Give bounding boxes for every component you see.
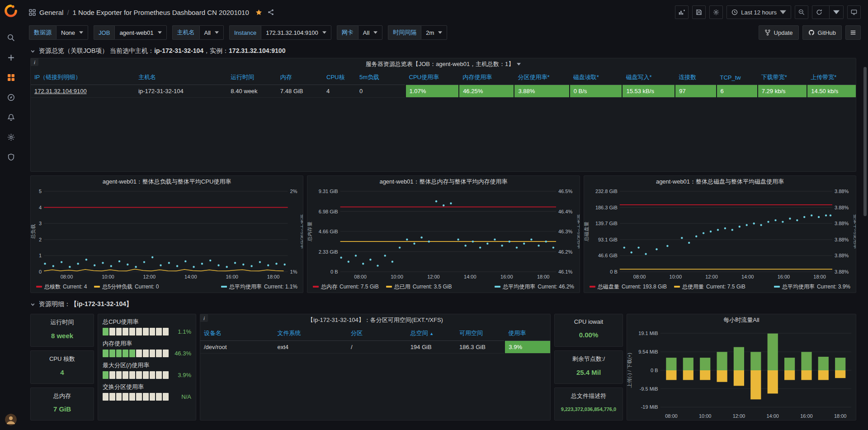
variable-value-nic[interactable]: All [358,25,382,40]
overview-col-header-13[interactable]: 下载带宽* [758,70,807,85]
time-range-picker[interactable]: Last 12 hours [726,5,791,19]
zoom-out-button[interactable] [795,5,808,19]
overview-col-header-4[interactable]: CPU核 [323,70,356,85]
update-button-label: Update [774,29,793,36]
variable-value-datasource[interactable]: None [56,25,88,40]
create-plus-icon[interactable] [3,47,19,67]
explore-compass-icon[interactable] [3,87,19,107]
overview-col-header-14[interactable]: 上传带宽* [807,70,856,85]
legend-item[interactable]: 总核数 Current: 4 [36,283,87,291]
refresh-interval-caret[interactable] [829,6,843,19]
grafana-logo-icon[interactable] [4,4,18,18]
traffic-panel-title[interactable]: 每小时流量All [627,314,856,326]
svg-text:12:00: 12:00 [733,413,745,419]
search-icon[interactable] [3,28,19,47]
favorite-star-icon[interactable] [255,9,262,16]
legend-item[interactable]: 总已用 Current: 3.5 GiB [386,283,452,291]
svg-text:12:00: 12:00 [705,274,718,279]
refresh-icon[interactable] [812,6,826,19]
variable-value-instance[interactable]: 172.31.32.104:9100 [261,25,331,40]
legend-item[interactable]: 总5分钟负载 Current: 0 [94,283,159,291]
stat-value: 8 week [51,326,73,345]
configuration-gear-icon[interactable] [3,127,19,147]
scrollbar[interactable] [863,67,867,216]
row-overview-toggle[interactable]: 资源总览（关联JOB项） 当前选中主机：ip-172-31-32-104，实例：… [30,44,856,58]
legend-item[interactable]: 总磁盘量 Current: 193.8 GiB [590,283,667,291]
svg-text:4.66 GiB: 4.66 GiB [319,229,338,234]
fs-cell-5: 3.9% [505,341,550,354]
overview-col-header-3[interactable]: 内存 [277,70,323,85]
row-detail-toggle[interactable]: 资源明细：【ip-172-31-32-104】 [30,298,856,311]
stat-value: 9,223,372,036,854,776,0 [561,400,616,418]
gear-icon [713,9,719,15]
overview-col-header-8[interactable]: 分区使用率* [514,70,569,85]
chart-panel-title[interactable]: agent-web01：整体总磁盘与整体平均磁盘使用率 [584,176,856,188]
fs-col-header-0[interactable]: 设备名 [200,326,274,341]
info-icon[interactable]: i [31,58,38,66]
variable-value-interval[interactable]: 2m [421,25,447,40]
overview-table-panel-title[interactable]: 服务器资源总览表【JOB：agent-web01，主机总数：1】 [31,58,856,70]
dashboard-settings-button[interactable] [709,5,723,19]
share-icon[interactable] [268,9,274,15]
overview-col-header-11[interactable]: 连接数 [675,70,716,85]
legend-item[interactable]: 总平均使用率 Current: 1.1% [221,283,297,291]
overview-cell-0[interactable]: 172.31.32.104:9100 [31,85,135,98]
svg-text:18:00: 18:00 [834,413,847,419]
overview-cell-1: ip-172-31-32-104 [135,85,227,98]
fs-col-header-4[interactable]: 可用空间 [456,326,505,341]
filesystem-panel-title[interactable]: 【ip-172-31-32-104】：各分区可用空间(EXT.*/XFS) [200,314,550,326]
variable-value-job[interactable]: agent-web01 [114,25,166,40]
caret-down-icon [438,31,442,34]
overview-cell-7: 46.25% [459,85,514,98]
gauge-bar [103,350,169,357]
info-icon[interactable]: i [200,314,208,322]
overview-col-header-12[interactable]: TCP_tw [717,70,758,85]
alerting-bell-icon[interactable] [3,107,19,127]
overview-col-header-1[interactable]: 主机名 [135,70,227,85]
ip-link[interactable]: 172.31.32.104:9100 [34,88,87,95]
server-admin-shield-icon[interactable] [3,147,19,167]
legend-item[interactable]: 总平均使用率 Current: 46.2% [495,283,574,291]
menu-button[interactable] [845,25,861,40]
legend-item[interactable]: 总使用量 Current: 7.5 GiB [674,283,745,291]
fs-col-header-5[interactable]: 使用率 [505,326,550,341]
top-navbar: General / 1 Node Exporter for Prometheus… [22,0,868,24]
stat-value: 0.00% [579,325,599,345]
legend-item[interactable]: 总内存 Current: 7.5 GiB [313,283,379,291]
fs-col-header-2[interactable]: 分区 [347,326,407,341]
update-button[interactable]: Update [759,25,799,40]
overview-col-header-9[interactable]: 磁盘读取* [570,70,623,85]
dashboard-grid-icon [29,9,36,16]
refresh-button[interactable] [812,5,844,19]
variable-label-nic: 网卡 [337,25,358,40]
fs-col-header-3[interactable]: 总空间 ▲ [407,326,456,341]
fs-col-header-1[interactable]: 文件系统 [274,326,348,341]
save-dashboard-button[interactable] [692,5,706,19]
overview-col-header-0[interactable]: IP（链接到明细） [31,70,135,85]
overview-col-header-7[interactable]: 内存使用率 [459,70,514,85]
breadcrumb-title[interactable]: 1 Node Exporter for Prometheus Dashboard… [73,9,249,16]
variable-instance: Instance172.31.32.104:9100 [229,25,331,40]
chart-panel-title[interactable]: agent-web01：整体总负载与整体平均CPU使用率 [31,176,303,188]
add-panel-button[interactable] [675,5,689,19]
svg-text:总磁盘量: 总磁盘量 [584,222,589,242]
overview-col-header-6[interactable]: CPU使用率 [406,70,459,85]
dashboards-icon[interactable] [3,67,19,87]
github-button[interactable]: GitHub [802,25,842,40]
chart-panel-title[interactable]: agent-web01：整体总内存与整体平均内存使用率 [307,176,580,188]
gauge-value: 46.3% [172,350,191,357]
overview-col-header-10[interactable]: 磁盘写入* [622,70,675,85]
overview-table-panel: i 服务器资源总览表【JOB：agent-web01，主机总数：1】 IP（链接… [30,58,856,172]
cycle-view-button[interactable] [847,5,861,19]
svg-text:4: 4 [39,205,42,210]
variable-value-hostname[interactable]: All [199,25,224,40]
legend-item[interactable]: 总平均使用率 Current: 3.9% [774,283,850,291]
app-root: General / 1 Node Exporter for Prometheus… [0,0,868,421]
overview-col-header-2[interactable]: 运行时间 [227,70,277,85]
gauge-value: 3.9% [172,372,191,378]
overview-col-header-5[interactable]: 5m负载 [356,70,406,85]
user-avatar[interactable] [5,414,17,425]
overview-cell-3: 7.48 GiB [277,85,323,98]
svg-text:232.8 GiB: 232.8 GiB [595,189,618,194]
breadcrumb-folder[interactable]: General [39,9,63,16]
